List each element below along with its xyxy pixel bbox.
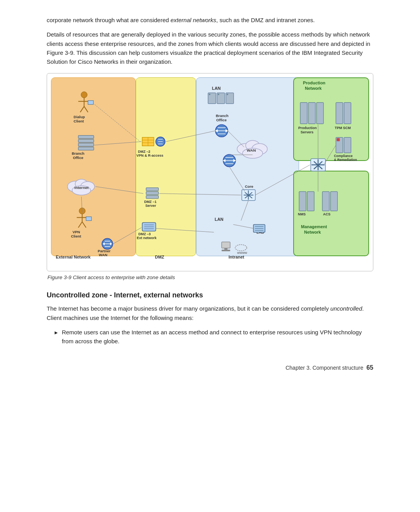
management-network-zone [293,171,369,256]
intro-para2: Details of resources that are generally … [47,30,373,66]
page-number: 65 [366,364,373,371]
svg-line-83 [314,161,322,169]
intro-text-block: corporate network through what are consi… [47,16,373,66]
figure-caption: Figure 3-9 Client access to enterprise w… [47,274,373,280]
intro-para1: corporate network through what are consi… [47,16,373,24]
bullet-list: ► Remote users can use the Internet as a… [54,328,373,346]
section-para1: The Internet has become a major business… [47,304,373,322]
dmz-zone [136,77,196,256]
page-footer: Chapter 3. Component structure 65 [47,364,373,371]
section-heading: Uncontrolled zone - Internet, external n… [47,291,373,299]
network-diagram: External Network DMZ Intranet Production… [47,73,373,271]
bullet-arrow-0: ► [54,329,59,337]
production-network-zone [293,77,369,161]
svg-line-82 [314,161,322,169]
bullet-item-0: ► Remote users can use the Internet as a… [54,328,373,346]
intranet-zone [196,77,299,256]
external-network-zone [51,77,136,256]
bullet-text-0: Remote users can use the Internet as an … [62,328,373,346]
chapter-label: Chapter 3. Component structure [285,365,363,371]
